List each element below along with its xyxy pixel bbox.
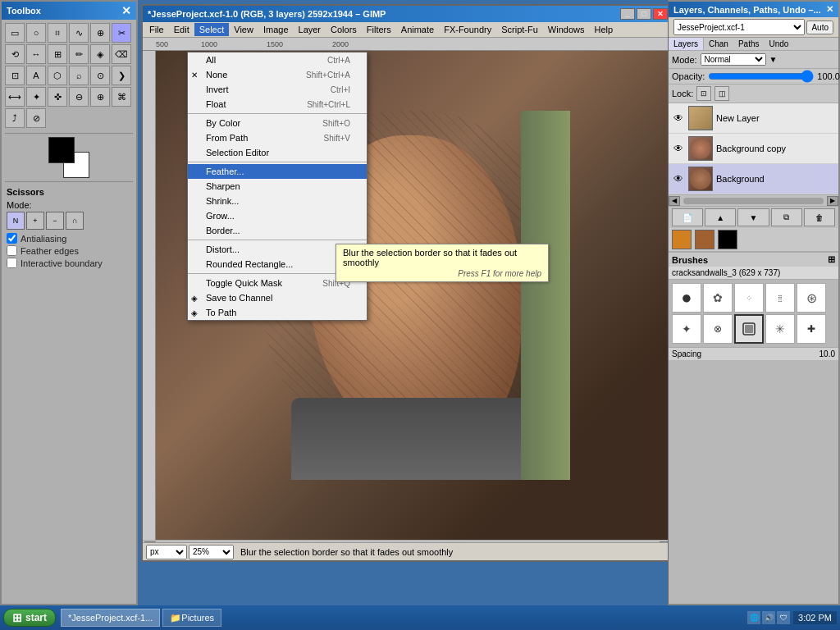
tool-eraser[interactable]: ⟷ xyxy=(5,87,25,107)
delete-layer-button[interactable]: 🗑 xyxy=(804,208,835,226)
menu-script-fu[interactable]: Script-Fu xyxy=(496,23,543,36)
scroll-down-btn[interactable]: ▶ xyxy=(827,196,838,206)
menu-to-path[interactable]: ◈ To Path xyxy=(188,305,367,320)
menu-edit[interactable]: Edit xyxy=(169,23,194,36)
menu-from-path[interactable]: From Path Shift+V xyxy=(188,130,367,145)
menu-fx-foundry[interactable]: FX-Foundry xyxy=(439,23,496,36)
tool-move[interactable]: ◈ xyxy=(90,44,110,64)
menu-selection-editor[interactable]: Selection Editor xyxy=(188,145,367,160)
interactive-boundary-checkbox[interactable] xyxy=(7,258,17,268)
tool-heal[interactable]: ⊕ xyxy=(90,87,110,107)
tool-perspective-clone[interactable]: ⌘ xyxy=(112,87,131,107)
taskbar-gimp[interactable]: *JesseProject.xcf-1... xyxy=(61,609,160,627)
brush-9[interactable]: ✳ xyxy=(765,314,795,344)
foreground-color-swatch[interactable] xyxy=(48,137,75,163)
menu-save-to-channel[interactable]: ◈ Save to Channel xyxy=(188,290,367,305)
brush-8[interactable] xyxy=(734,314,764,344)
lock-pixels-button[interactable]: ⊡ xyxy=(696,86,711,101)
layer-entry-new[interactable]: 👁 New Layer xyxy=(669,103,838,134)
tool-airbrush[interactable]: ✦ xyxy=(26,87,46,107)
brushes-expand-icon[interactable]: ⊞ xyxy=(828,254,835,265)
tool-paintbrush[interactable]: ❯ xyxy=(112,66,131,85)
taskbar-pictures[interactable]: 📁 Pictures xyxy=(162,609,221,627)
menu-shrink[interactable]: Shrink... xyxy=(188,194,367,208)
tool-fuzzy-select[interactable]: ∿ xyxy=(69,23,89,43)
layer-mode-select[interactable]: Normal xyxy=(701,53,766,66)
tool-align[interactable]: ⌫ xyxy=(112,44,131,64)
menu-invert[interactable]: Invert Ctrl+I xyxy=(188,82,367,97)
menu-none[interactable]: ✕ None Shift+Ctrl+A xyxy=(188,67,367,82)
lock-alpha-button[interactable]: ◫ xyxy=(714,86,729,101)
menu-help[interactable]: Help xyxy=(589,23,618,36)
mode-intersect-btn[interactable]: ∩ xyxy=(66,212,84,230)
antialiasing-checkbox[interactable] xyxy=(7,233,17,244)
raise-layer-button[interactable]: ▲ xyxy=(705,208,736,226)
brush-1[interactable]: ● xyxy=(672,283,701,313)
menu-layer[interactable]: Layer xyxy=(294,23,326,36)
lower-layer-button[interactable]: ▼ xyxy=(737,208,769,226)
unit-select[interactable]: px xyxy=(146,545,187,559)
tool-blur[interactable]: ⤴ xyxy=(5,108,25,128)
mode-add-btn[interactable]: + xyxy=(26,212,44,230)
tool-text[interactable]: A xyxy=(26,66,46,85)
feather-edges-checkbox[interactable] xyxy=(7,245,17,256)
tool-pencil[interactable]: ⊙ xyxy=(90,66,110,85)
menu-colors[interactable]: Colors xyxy=(326,23,362,36)
duplicate-layer-button[interactable]: ⧉ xyxy=(771,208,802,226)
brush-6[interactable]: ✦ xyxy=(672,314,701,344)
menu-filters[interactable]: Filters xyxy=(362,23,396,36)
layers-scrollbar[interactable]: ◀ ▶ xyxy=(669,194,838,206)
menu-select[interactable]: Select xyxy=(194,23,230,36)
tool-flip[interactable]: ⌕ xyxy=(69,66,89,85)
menu-float[interactable]: Float Shift+Ctrl+L xyxy=(188,97,367,112)
menu-feather[interactable]: Feather... xyxy=(188,164,367,179)
tab-channels[interactable]: Chan xyxy=(704,38,733,50)
menu-by-color[interactable]: By Color Shift+O xyxy=(188,116,367,130)
brush-2[interactable]: ✿ xyxy=(703,283,733,313)
layer-vis-new[interactable]: 👁 xyxy=(672,112,685,125)
brush-4[interactable]: ⣿ xyxy=(765,283,795,313)
layers-close-button[interactable]: ✕ xyxy=(826,4,833,15)
new-layer-button[interactable]: 📄 xyxy=(672,208,703,226)
tool-color-picker[interactable]: ↔ xyxy=(26,44,46,64)
swatch-brown[interactable] xyxy=(695,230,714,249)
close-button[interactable]: ✕ xyxy=(653,8,668,20)
mode-subtract-btn[interactable]: − xyxy=(46,212,64,230)
tool-ink[interactable]: ✜ xyxy=(48,87,67,107)
brush-5[interactable]: ⊛ xyxy=(797,283,826,313)
menu-animate[interactable]: Animate xyxy=(396,23,439,36)
zoom-select[interactable]: 25% xyxy=(189,545,234,559)
brush-10[interactable]: ✚ xyxy=(797,314,826,344)
maximize-button[interactable]: □ xyxy=(637,8,651,20)
tool-dodge[interactable]: ⊘ xyxy=(26,108,46,128)
menu-all[interactable]: All Ctrl+A xyxy=(188,52,367,67)
expand-mode-icon[interactable]: ▼ xyxy=(769,55,778,64)
tool-transform[interactable]: ⬡ xyxy=(48,66,67,85)
layer-vis-bg-copy[interactable]: 👁 xyxy=(672,142,685,155)
tool-rect-select[interactable]: ▭ xyxy=(5,23,25,43)
tool-zoom[interactable]: ⊞ xyxy=(48,44,67,64)
auto-button[interactable]: Auto xyxy=(806,21,833,34)
project-file-select[interactable]: JesseProject.xcf-1 xyxy=(673,19,805,35)
tab-undo[interactable]: Undo xyxy=(765,38,794,50)
menu-border[interactable]: Border... xyxy=(188,223,367,238)
menu-view[interactable]: View xyxy=(229,23,258,36)
fg-bg-colors[interactable] xyxy=(48,137,89,178)
minimize-button[interactable]: _ xyxy=(620,8,635,20)
menu-image[interactable]: Image xyxy=(258,23,294,36)
tool-paths[interactable]: ⟲ xyxy=(5,44,25,64)
start-button[interactable]: ⊞ start xyxy=(3,609,56,627)
layer-entry-bg-copy[interactable]: 👁 Background copy xyxy=(669,134,838,164)
tool-crop[interactable]: ⊡ xyxy=(5,66,25,85)
tool-by-color[interactable]: ⊕ xyxy=(90,23,110,43)
layer-vis-bg[interactable]: 👁 xyxy=(672,172,685,185)
brush-3[interactable]: ⁘ xyxy=(734,283,764,313)
swatch-orange[interactable] xyxy=(672,230,692,249)
toolbox-close-button[interactable]: ✕ xyxy=(121,4,131,17)
layer-entry-bg[interactable]: 👁 Background xyxy=(669,164,838,194)
menu-sharpen[interactable]: Sharpen xyxy=(188,179,367,194)
brush-7[interactable]: ⊗ xyxy=(703,314,733,344)
tool-clone[interactable]: ⊖ xyxy=(69,87,89,107)
tool-free-select[interactable]: ⌗ xyxy=(48,23,67,43)
opacity-slider[interactable] xyxy=(708,71,814,82)
